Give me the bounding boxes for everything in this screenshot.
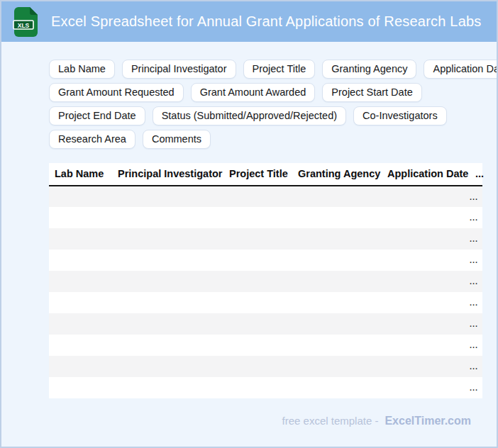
field-chip-project-start-date[interactable]: Project Start Date bbox=[322, 83, 421, 102]
empty-cell bbox=[49, 228, 112, 250]
empty-cell bbox=[49, 207, 112, 228]
table-row: ... bbox=[49, 228, 482, 250]
empty-cell bbox=[292, 356, 382, 377]
empty-cell bbox=[223, 250, 292, 271]
empty-cell bbox=[112, 377, 223, 398]
table-row: ... bbox=[49, 292, 482, 313]
row-more-cell: ... bbox=[470, 271, 482, 292]
empty-cell bbox=[49, 186, 112, 207]
empty-cell bbox=[382, 292, 470, 313]
chip-row-3: Project End DateStatus (Submitted/Approv… bbox=[49, 106, 497, 125]
empty-cell bbox=[49, 271, 112, 292]
field-chip-co-investigators[interactable]: Co-Investigators bbox=[353, 106, 447, 125]
empty-cell bbox=[382, 313, 470, 335]
field-chip-grant-amount-requested[interactable]: Grant Amount Requested bbox=[49, 83, 184, 102]
empty-cell bbox=[49, 250, 112, 271]
row-more-cell: ... bbox=[470, 292, 482, 313]
xls-icon-label: XLS bbox=[18, 21, 30, 28]
field-chip-principal-investigator[interactable]: Principal Investigator bbox=[122, 60, 236, 79]
app-header: XLS Excel Spreadsheet for Annual Grant A… bbox=[1, 1, 497, 42]
page-footer: free excel template - ExcelTimer.com bbox=[282, 415, 471, 427]
field-chip-grant-amount-awarded[interactable]: Grant Amount Awarded bbox=[191, 83, 316, 102]
empty-cell bbox=[292, 292, 382, 313]
empty-cell bbox=[112, 186, 223, 207]
table-row: ... bbox=[49, 335, 482, 356]
empty-cell bbox=[112, 250, 223, 271]
field-chip-project-title[interactable]: Project Title bbox=[243, 60, 316, 79]
field-chip-granting-agency[interactable]: Granting Agency bbox=[322, 60, 416, 79]
empty-cell bbox=[382, 335, 470, 356]
footer-brand-link[interactable]: ExcelTimer.com bbox=[384, 415, 471, 427]
empty-cell bbox=[382, 250, 470, 271]
column-header-application-date: Application Date bbox=[382, 163, 470, 186]
row-more-cell: ... bbox=[470, 228, 482, 250]
empty-cell bbox=[49, 356, 112, 377]
empty-cell bbox=[382, 228, 470, 250]
field-chip-status-submitted-approved-rejected[interactable]: Status (Submitted/Approved/Rejected) bbox=[153, 106, 346, 125]
empty-cell bbox=[382, 271, 470, 292]
empty-cell bbox=[292, 207, 382, 228]
xls-file-icon: XLS bbox=[11, 6, 40, 38]
footer-text: free excel template - bbox=[282, 415, 379, 427]
table-header-row: Lab NamePrincipal InvestigatorProject Ti… bbox=[49, 163, 482, 186]
field-chip-lab-name[interactable]: Lab Name bbox=[49, 60, 115, 79]
empty-cell bbox=[223, 228, 292, 250]
empty-cell bbox=[292, 271, 382, 292]
empty-cell bbox=[112, 356, 223, 377]
empty-cell bbox=[112, 228, 223, 250]
empty-cell bbox=[112, 335, 223, 356]
empty-cell bbox=[49, 335, 112, 356]
row-more-cell: ... bbox=[470, 335, 482, 356]
row-more-cell: ... bbox=[470, 313, 482, 335]
row-more-cell: ... bbox=[470, 250, 482, 271]
field-chip-research-area[interactable]: Research Area bbox=[49, 130, 135, 149]
table-row: ... bbox=[49, 250, 482, 271]
empty-cell bbox=[49, 313, 112, 335]
empty-cell bbox=[292, 335, 382, 356]
table-body: .............................. bbox=[49, 186, 482, 398]
empty-cell bbox=[382, 207, 470, 228]
row-more-cell: ... bbox=[470, 207, 482, 228]
table-row: ... bbox=[49, 186, 482, 207]
column-header-granting-agency: Granting Agency bbox=[292, 163, 382, 186]
chip-row-4: Research AreaComments bbox=[49, 130, 497, 149]
empty-cell bbox=[223, 356, 292, 377]
chip-row-2: Grant Amount RequestedGrant Amount Award… bbox=[49, 83, 497, 102]
empty-cell bbox=[223, 377, 292, 398]
empty-cell bbox=[223, 186, 292, 207]
empty-cell bbox=[382, 377, 470, 398]
empty-cell bbox=[223, 207, 292, 228]
empty-cell bbox=[292, 313, 382, 335]
chip-row-1: Lab NamePrincipal InvestigatorProject Ti… bbox=[49, 60, 497, 79]
field-chip-application-date[interactable]: Application Date bbox=[424, 60, 498, 79]
empty-cell bbox=[112, 313, 223, 335]
field-chip-comments[interactable]: Comments bbox=[143, 130, 211, 149]
table-row: ... bbox=[49, 377, 482, 398]
row-more-cell: ... bbox=[470, 377, 482, 398]
table-row: ... bbox=[49, 313, 482, 335]
row-more-cell: ... bbox=[470, 356, 482, 377]
empty-cell bbox=[223, 313, 292, 335]
empty-cell bbox=[292, 228, 382, 250]
page: XLS Excel Spreadsheet for Annual Grant A… bbox=[0, 0, 498, 448]
empty-cell bbox=[112, 292, 223, 313]
empty-cell bbox=[49, 292, 112, 313]
table-row: ... bbox=[49, 271, 482, 292]
table-row: ... bbox=[49, 356, 482, 377]
empty-cell bbox=[292, 250, 382, 271]
column-header-lab-name: Lab Name bbox=[49, 163, 112, 186]
empty-cell bbox=[382, 186, 470, 207]
empty-cell bbox=[49, 377, 112, 398]
empty-cell bbox=[223, 292, 292, 313]
grant-table-container: Lab NamePrincipal InvestigatorProject Ti… bbox=[49, 163, 482, 398]
empty-cell bbox=[292, 186, 382, 207]
column-header-project-title: Project Title bbox=[223, 163, 292, 186]
column-header-more: ... bbox=[470, 163, 482, 186]
empty-cell bbox=[112, 207, 223, 228]
empty-cell bbox=[223, 271, 292, 292]
field-chip-project-end-date[interactable]: Project End Date bbox=[49, 106, 145, 125]
empty-cell bbox=[292, 377, 382, 398]
column-header-principal-investigator: Principal Investigator bbox=[112, 163, 223, 186]
field-chips: Lab NamePrincipal InvestigatorProject Ti… bbox=[49, 60, 497, 149]
page-title: Excel Spreadsheet for Annual Grant Appli… bbox=[51, 13, 482, 30]
